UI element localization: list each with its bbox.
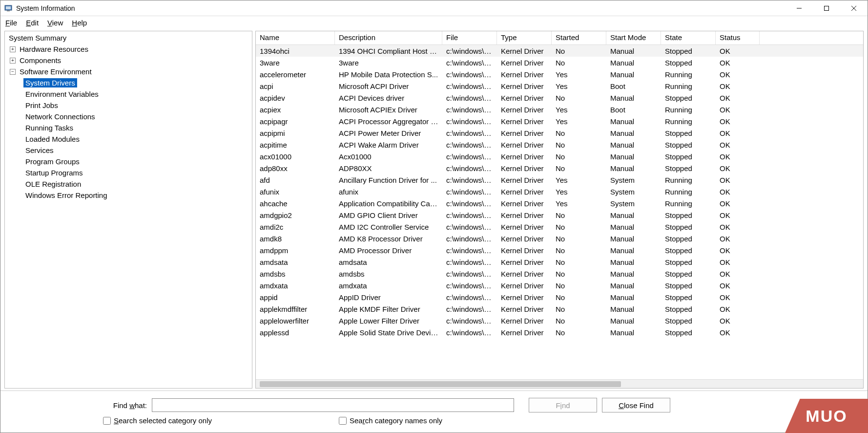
- tree-se-item[interactable]: OLE Registration: [5, 178, 252, 190]
- expand-icon[interactable]: +: [10, 46, 16, 52]
- find-button[interactable]: Find: [529, 398, 597, 412]
- tree-se-item[interactable]: Network Connections: [5, 111, 252, 122]
- menu-edit[interactable]: Edit: [26, 19, 39, 27]
- tree-se-item[interactable]: Startup Programs: [5, 167, 252, 178]
- table-row[interactable]: ahcacheApplication Compatibility Cac...c…: [256, 197, 863, 209]
- tree-se[interactable]: −Software Environment: [5, 66, 252, 77]
- cell: OK: [716, 46, 760, 56]
- tree-se-item[interactable]: Loaded Modules: [5, 133, 252, 145]
- col-status[interactable]: Status: [716, 31, 760, 44]
- table-row[interactable]: amdsbsamdsbsc:\windows\s...Kernel Driver…: [256, 268, 863, 280]
- table-row[interactable]: acpitimeACPI Wake Alarm Driverc:\windows…: [256, 139, 863, 151]
- table-row[interactable]: appidAppID Driverc:\windows\s...Kernel D…: [256, 291, 863, 303]
- table-row[interactable]: adp80xxADP80XXc:\windows\s...Kernel Driv…: [256, 162, 863, 174]
- col-startmode[interactable]: Start Mode: [606, 31, 661, 44]
- cell: OK: [716, 187, 760, 197]
- cell: Kernel Driver: [497, 257, 552, 267]
- table-row[interactable]: applessdApple Solid State Drive Devicec:…: [256, 326, 863, 338]
- cell: Application Compatibility Cac...: [335, 198, 442, 209]
- col-type[interactable]: Type: [497, 31, 552, 44]
- table-row[interactable]: 3ware3warec:\windows\s...Kernel DriverNo…: [256, 57, 863, 68]
- table-row[interactable]: amdgpio2AMD GPIO Client Driverc:\windows…: [256, 209, 863, 221]
- cell: applessd: [256, 327, 335, 338]
- table-row[interactable]: acpipmiACPI Power Meter Driverc:\windows…: [256, 127, 863, 139]
- table-row[interactable]: accelerometerHP Mobile Data Protection S…: [256, 68, 863, 80]
- col-file[interactable]: File: [442, 31, 497, 44]
- cell: Kernel Driver: [497, 198, 552, 209]
- menu-help[interactable]: Help: [72, 19, 87, 27]
- tree-se-item[interactable]: Program Groups: [5, 156, 252, 167]
- cell: No: [552, 46, 606, 56]
- cell: Acx01000: [335, 152, 442, 162]
- cell: c:\windows\s...: [442, 269, 497, 279]
- svg-rect-4: [825, 6, 829, 10]
- cell: ACPI Power Meter Driver: [335, 128, 442, 138]
- table-row[interactable]: 1394ohci1394 OHCI Compliant Host C...c:\…: [256, 45, 863, 57]
- close-button[interactable]: [840, 0, 868, 16]
- tree-comp[interactable]: +Components: [5, 55, 252, 66]
- table-row[interactable]: amdxataamdxatac:\windows\s...Kernel Driv…: [256, 280, 863, 291]
- table-row[interactable]: afdAncillary Function Driver for ...c:\w…: [256, 174, 863, 186]
- tree-root[interactable]: System Summary: [5, 32, 252, 43]
- maximize-button[interactable]: [813, 0, 840, 16]
- table-row[interactable]: acpidevACPI Devices driverc:\windows\s..…: [256, 92, 863, 104]
- cell: Kernel Driver: [497, 175, 552, 185]
- cell: c:\windows\s...: [442, 46, 497, 56]
- tree-se-item[interactable]: Environment Variables: [5, 88, 252, 100]
- table-row[interactable]: acpiexMicrosoft ACPIEx Driverc:\windows\…: [256, 104, 863, 115]
- cell: HP Mobile Data Protection S...: [335, 69, 442, 80]
- tree-hw[interactable]: +Hardware Resources: [5, 43, 252, 55]
- table-row[interactable]: amdsataamdsatac:\windows\s...Kernel Driv…: [256, 256, 863, 268]
- table-row[interactable]: afunixafunixc:\windows\s...Kernel Driver…: [256, 186, 863, 197]
- close-find-button[interactable]: Close Find: [602, 398, 670, 412]
- window-title: System Information: [16, 4, 785, 12]
- table-row[interactable]: amdk8AMD K8 Processor Driverc:\windows\s…: [256, 233, 863, 244]
- table-row[interactable]: acx01000Acx01000c:\windows\s...Kernel Dr…: [256, 151, 863, 162]
- tree-se-item[interactable]: Services: [5, 145, 252, 156]
- table-row[interactable]: acpiMicrosoft ACPI Driverc:\windows\s...…: [256, 80, 863, 92]
- expand-icon[interactable]: +: [10, 58, 16, 64]
- cell: Yes: [552, 69, 606, 80]
- cell: No: [552, 281, 606, 291]
- cell: Manual: [606, 281, 661, 291]
- search-selected-checkbox[interactable]: Search selected category only: [103, 416, 212, 425]
- menu-file[interactable]: File: [5, 19, 17, 27]
- cell: Kernel Driver: [497, 304, 552, 314]
- tree-se-item[interactable]: Running Tasks: [5, 122, 252, 133]
- tree-se-item[interactable]: Windows Error Reporting: [5, 190, 252, 201]
- table-row[interactable]: amdi2cAMD I2C Controller Servicec:\windo…: [256, 221, 863, 233]
- cell: System: [606, 198, 661, 209]
- cell: System: [606, 187, 661, 197]
- hscroll-track[interactable]: [256, 379, 863, 388]
- cell: AppID Driver: [335, 292, 442, 303]
- cell: OK: [716, 128, 760, 138]
- cell: ACPI Devices driver: [335, 93, 442, 103]
- minimize-button[interactable]: [785, 0, 813, 16]
- list-body[interactable]: 1394ohci1394 OHCI Compliant Host C...c:\…: [256, 45, 863, 379]
- table-row[interactable]: amdppmAMD Processor Driverc:\windows\s..…: [256, 244, 863, 256]
- col-state[interactable]: State: [661, 31, 716, 44]
- cell: Ancillary Function Driver for ...: [335, 175, 442, 185]
- table-row[interactable]: applelowerfilterApple Lower Filter Drive…: [256, 315, 863, 326]
- cell: 3ware: [335, 58, 442, 68]
- table-row[interactable]: acpipagrACPI Processor Aggregator D...c:…: [256, 115, 863, 127]
- hscroll-thumb[interactable]: [260, 381, 621, 387]
- title-bar: System Information: [0, 0, 868, 16]
- cell: c:\windows\s...: [442, 187, 497, 197]
- col-started[interactable]: Started: [552, 31, 606, 44]
- menu-view[interactable]: View: [47, 19, 63, 27]
- cell: c:\windows\s...: [442, 257, 497, 267]
- collapse-icon[interactable]: −: [10, 69, 16, 75]
- tree-se-item[interactable]: System Drivers: [5, 77, 252, 88]
- find-input[interactable]: [152, 398, 514, 412]
- table-row[interactable]: applekmdffilterApple KMDF Filter Driverc…: [256, 303, 863, 315]
- cell: applekmdffilter: [256, 304, 335, 314]
- tree-se-item[interactable]: Print Jobs: [5, 100, 252, 111]
- col-desc[interactable]: Description: [335, 31, 442, 44]
- search-names-checkbox[interactable]: Search category names only: [339, 416, 442, 425]
- tree-item-label: Print Jobs: [23, 101, 60, 110]
- col-name[interactable]: Name: [256, 31, 335, 44]
- tree-panel[interactable]: System Summary +Hardware Resources +Comp…: [4, 31, 252, 389]
- tree-item-label: Windows Error Reporting: [23, 191, 109, 200]
- cell: OK: [716, 316, 760, 326]
